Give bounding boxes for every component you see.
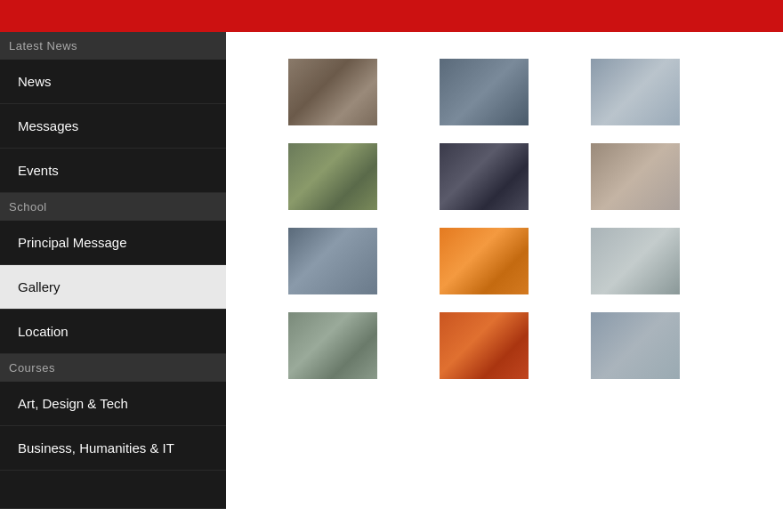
photo-thumbnail-12[interactable] (591, 312, 680, 379)
photo-grid (253, 50, 756, 388)
photo-thumbnail-4[interactable] (288, 143, 377, 210)
sidebar-item-messages[interactable]: Messages (0, 104, 226, 149)
sidebar-section-school: School (0, 193, 226, 221)
sidebar-item-business-humanities-it[interactable]: Business, Humanities & IT (0, 426, 226, 471)
sidebar-section-latest-news: Latest News (0, 32, 226, 60)
photo-thumbnail-11[interactable] (440, 312, 529, 379)
photo-thumbnail-8[interactable] (440, 228, 529, 294)
sidebar-item-principal-message[interactable]: Principal Message (0, 221, 226, 265)
photo-thumbnail-1[interactable] (288, 59, 377, 125)
sidebar-item-news[interactable]: News (0, 60, 226, 104)
sidebar: Latest NewsNewsMessagesEventsSchoolPrinc… (0, 32, 226, 509)
sidebar-item-art-design-tech[interactable]: Art, Design & Tech (0, 382, 226, 426)
photo-thumbnail-7[interactable] (288, 228, 377, 294)
photo-thumbnail-3[interactable] (591, 59, 680, 125)
photo-thumbnail-2[interactable] (440, 59, 529, 125)
main-layout: Latest NewsNewsMessagesEventsSchoolPrinc… (0, 32, 783, 509)
main-content (226, 32, 783, 509)
sidebar-item-events[interactable]: Events (0, 149, 226, 193)
photo-thumbnail-5[interactable] (440, 143, 529, 210)
photo-thumbnail-6[interactable] (591, 143, 680, 210)
photo-thumbnail-9[interactable] (591, 228, 680, 294)
sidebar-item-location[interactable]: Location (0, 310, 226, 354)
sidebar-section-courses: Courses (0, 354, 226, 382)
photo-thumbnail-10[interactable] (288, 312, 377, 379)
sidebar-item-gallery[interactable]: Gallery (0, 265, 226, 310)
page-header (0, 0, 783, 32)
